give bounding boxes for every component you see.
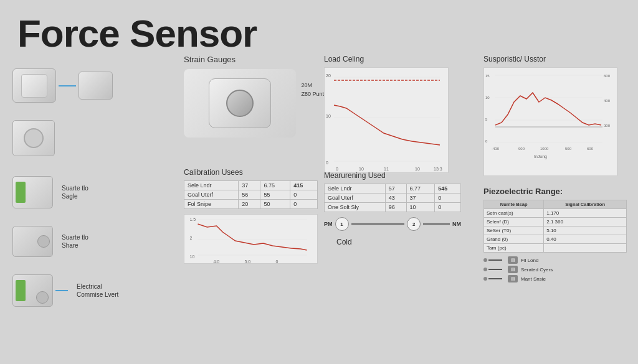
- pm-diagram: PM 1 2 NM: [324, 217, 461, 231]
- piezo-title: Piezoelectric Range:: [483, 187, 627, 196]
- svg-text:13:3: 13:3: [434, 167, 442, 171]
- piezo-col-header-2: Signal Calibration: [544, 200, 627, 209]
- svg-text:2: 2: [190, 236, 193, 240]
- svg-text:1000: 1000: [540, 147, 549, 151]
- table-cell: Selenf (D): [484, 218, 544, 226]
- table-cell: SeSer (T0): [484, 226, 544, 235]
- device-inner-1: [21, 74, 47, 98]
- svg-text:1.5: 1.5: [190, 217, 196, 222]
- table-row: Setn cast(s) 1.170: [484, 209, 627, 218]
- svg-text:0: 0: [336, 167, 338, 171]
- sensor-cylindrical: [12, 226, 53, 257]
- svg-text:900: 900: [518, 147, 525, 151]
- device-box-right-1: [79, 72, 113, 100]
- table-cell: 5.10: [544, 226, 627, 235]
- load-ceiling-title: Load Celing: [324, 55, 455, 63]
- table-cell: 0.40: [544, 235, 627, 244]
- svg-text:10: 10: [326, 114, 331, 118]
- svg-text:4:0: 4:0: [214, 259, 220, 264]
- table-cell: 96: [385, 203, 406, 212]
- calibration-chart-svg: 1.5 2 10 4:0 5:0 0: [184, 215, 317, 264]
- svg-text:0: 0: [485, 139, 488, 143]
- table-cell: 57: [385, 184, 406, 194]
- table-row: Grand (0) 0.40: [484, 235, 627, 244]
- table-cell: Fol Snipe: [184, 200, 239, 209]
- table-cell: Setn cast(s): [484, 209, 544, 218]
- table-cell: Tarn (pc): [484, 244, 544, 253]
- load-ceiling-section: Load Celing 20 10 0 0 10 11 10 13:3 0.8 …: [324, 55, 455, 173]
- table-row: Tarn (pc): [484, 244, 627, 253]
- device-item-5: ElectricalCommise Lvert: [12, 274, 162, 307]
- calibration-table: Sele Lndr 37 6.75 415 Goal Uterf 56 55 0…: [184, 180, 318, 209]
- table-row: SeSer (T0) 5.10: [484, 226, 627, 235]
- svg-text:400: 400: [604, 99, 611, 103]
- device-item-2: [12, 120, 162, 156]
- device-item-3: Suarte tloSagle: [12, 176, 162, 208]
- sensor-electrical: [12, 274, 53, 307]
- pm-circle-2: 2: [407, 217, 421, 231]
- table-cell: 43: [385, 194, 406, 203]
- device-box-1: [12, 68, 56, 103]
- table-cell: Goal Uterf: [184, 190, 239, 200]
- svg-text:10: 10: [415, 167, 420, 171]
- svg-text:20: 20: [326, 73, 331, 78]
- legend-item-3: ▤ Mant Snsle: [483, 275, 627, 282]
- device-connector-1: [59, 85, 76, 86]
- table-row: Selenf (D) 2.1 360: [484, 218, 627, 226]
- legend-line-2: [488, 269, 502, 270]
- table-cell: 545: [435, 184, 461, 194]
- table-cell: [544, 244, 627, 253]
- calibration-title: Calibration Usees: [184, 168, 318, 177]
- table-row: One Solt Sly 96 10 0: [325, 203, 461, 212]
- svg-text:600: 600: [604, 74, 611, 78]
- table-cell: 0: [435, 194, 461, 203]
- strain-gauges-title: Strain Gauges: [184, 55, 315, 64]
- legend-label-2: Serated Cyers: [521, 267, 553, 273]
- svg-text:0: 0: [326, 161, 328, 165]
- table-cell: Sele Lndr: [325, 184, 386, 194]
- piezo-section: Piezoelectric Range: Numte Bsap Signal C…: [483, 187, 627, 282]
- load-ceiling-svg: 20 10 0 0 10 11 10 13:3 0.8 10.0 20.0: [325, 68, 449, 174]
- device-label-5: ElectricalCommise Lvert: [77, 282, 118, 299]
- piezo-col-header-1: Numte Bsap: [484, 200, 544, 209]
- svg-text:15: 15: [485, 74, 490, 78]
- suspor-section: Susporistic/ Usstor 15 10 5 0 600 400 30…: [483, 55, 627, 176]
- table-cell: 415: [290, 181, 318, 190]
- cold-label: Cold: [336, 238, 352, 246]
- legend-line-1: [488, 259, 502, 261]
- page-title: Force Sensor: [17, 11, 257, 55]
- svg-text:11: 11: [384, 167, 389, 171]
- device-item-4: Suarte tloShare: [12, 226, 162, 257]
- table-cell: 6.75: [260, 181, 290, 190]
- sensor-single: [12, 120, 55, 156]
- pm-circle-1: 1: [335, 217, 349, 231]
- table-cell: 6.77: [406, 184, 435, 194]
- pm-line-2: [423, 223, 450, 225]
- table-cell: 20: [239, 200, 260, 209]
- table-row: Sele Lndr 37 6.75 415: [184, 181, 318, 190]
- svg-text:600: 600: [587, 147, 594, 151]
- table-cell: 10: [406, 203, 435, 212]
- svg-text:InJung: InJung: [534, 154, 547, 159]
- table-row: Goal Uterf 56 55 0: [184, 190, 318, 200]
- table-cell: Goal Uterf: [325, 194, 386, 203]
- svg-text:500: 500: [565, 147, 572, 151]
- table-cell: 37: [406, 194, 435, 203]
- device-item-1: [12, 68, 162, 103]
- legend-line-3: [488, 278, 502, 279]
- device-label-4: Suarte tloShare: [62, 233, 88, 250]
- nm-label: NM: [452, 221, 461, 227]
- legend-item-1: ▤ Fll Lond: [483, 256, 627, 264]
- suspor-title: Susporistic/ Usstor: [483, 55, 627, 63]
- measuring-section: Mearurening Used Sele Lndr 57 6.77 545 G…: [324, 171, 461, 231]
- svg-text:10: 10: [359, 167, 364, 171]
- table-cell: 2.1 360: [544, 218, 627, 226]
- table-cell: 0: [290, 200, 318, 209]
- table-cell: 56: [239, 190, 260, 200]
- svg-text:0: 0: [276, 259, 279, 264]
- sensor-green: [12, 176, 53, 208]
- table-cell: Sele Lndr: [184, 181, 239, 190]
- suspor-chart-svg: 15 10 5 0 600 400 300 -430 900 1000 500 …: [484, 68, 618, 177]
- calibration-section: Calibration Usees Sele Lndr 37 6.75 415 …: [184, 168, 318, 264]
- legend-item-2: ▤ Serated Cyers: [483, 266, 627, 273]
